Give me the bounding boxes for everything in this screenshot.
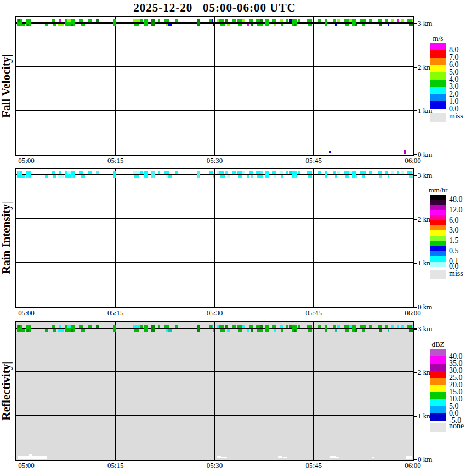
x-tick-label: 06:00 <box>401 461 425 470</box>
echo-cell <box>409 329 413 332</box>
axis-tick <box>414 416 417 417</box>
echo-cell <box>391 171 394 174</box>
echo-cell <box>79 325 83 328</box>
echo-cell <box>412 325 413 328</box>
echo-cell <box>53 175 56 178</box>
floor-cell <box>330 456 336 458</box>
echo-cell <box>22 329 25 332</box>
echo-cell <box>260 325 263 328</box>
echo-cell <box>272 325 276 328</box>
echo-cell <box>337 19 340 22</box>
echo-cell <box>59 325 61 328</box>
echo-cell <box>242 325 245 328</box>
echo-cell <box>144 325 148 332</box>
axis-tick <box>414 459 417 460</box>
colorbar-title: m/s <box>419 34 457 43</box>
colorbar-block <box>430 349 446 357</box>
colorbar-block <box>430 392 446 400</box>
axis-tick <box>414 67 417 68</box>
echo-cell <box>308 24 312 26</box>
echo-cell <box>212 19 213 22</box>
colorbar-block <box>430 65 446 72</box>
x-tick-label: 05:30 <box>203 309 227 318</box>
echo-cell <box>378 325 382 328</box>
echo-cell <box>81 24 85 26</box>
echo-cell <box>96 325 99 328</box>
echo-cell <box>220 175 225 178</box>
colorbar-block <box>430 43 446 50</box>
echo-cell <box>360 171 366 174</box>
colorbar-title: dBZ <box>419 340 457 349</box>
colorbar-block <box>430 356 446 364</box>
echo-cell <box>333 171 336 174</box>
echo-cell <box>333 19 336 22</box>
x-tick-label: 05:45 <box>302 156 326 165</box>
echo-cell <box>308 175 312 178</box>
echo-cell <box>257 329 263 332</box>
echo-cell <box>335 329 337 332</box>
echo-cell <box>168 329 172 332</box>
axis-tick <box>414 110 417 111</box>
echo-cell <box>325 325 327 332</box>
echo-cell <box>237 171 242 174</box>
echo-cell <box>53 329 56 332</box>
echo-cell <box>294 329 296 332</box>
echo-cell <box>238 175 242 178</box>
colorbar-block <box>430 101 446 109</box>
echo-cell <box>362 329 365 332</box>
x-tick-label: 05:00 <box>14 461 38 470</box>
echo-cell <box>251 329 253 332</box>
echo-cell <box>325 19 327 26</box>
echo-cell <box>344 325 349 328</box>
echo-cell <box>45 175 48 178</box>
echo-cell <box>71 24 73 26</box>
echo-cell <box>286 325 288 328</box>
echo-cell <box>242 171 245 174</box>
echo-cell <box>58 329 64 332</box>
gridline-v <box>115 322 116 460</box>
echo-cell <box>212 325 213 328</box>
echo-cell <box>212 171 213 174</box>
echo-cell <box>274 24 276 26</box>
echo-cell <box>238 24 242 26</box>
echo-cell <box>385 171 388 174</box>
axis-tick <box>414 23 417 24</box>
echo-cell <box>345 24 349 26</box>
floor-cell <box>329 151 331 153</box>
echo-cell <box>247 175 249 178</box>
echo-cell <box>175 171 178 174</box>
echo-cell <box>281 329 283 332</box>
plot-area-1 <box>15 168 414 308</box>
echo-cell <box>247 329 249 332</box>
echo-cell <box>58 175 64 178</box>
colorbar-block <box>430 378 446 386</box>
echo-cell <box>249 325 253 328</box>
echo-cell <box>213 175 214 178</box>
echo-cell <box>18 171 20 174</box>
floor-cell <box>278 456 282 458</box>
echo-cell <box>337 325 340 328</box>
echo-cell <box>213 24 214 26</box>
echo-cell <box>113 19 116 26</box>
echo-cell <box>238 329 242 332</box>
colorbar-miss-label: miss <box>449 112 463 121</box>
colorbar-block <box>430 406 446 414</box>
echo-cell <box>272 19 276 22</box>
echo-cell <box>307 19 312 22</box>
colorbar-block <box>430 385 446 393</box>
floor-cell <box>404 150 406 154</box>
echo-cell <box>281 175 283 178</box>
echo-cell <box>151 19 155 26</box>
echo-cell <box>53 24 56 26</box>
echo-cell <box>45 329 48 332</box>
echo-cell <box>360 325 366 328</box>
colorbar-tick-label: 6.0 <box>449 216 459 225</box>
echo-cell <box>81 329 85 332</box>
echo-cell <box>140 325 143 328</box>
echo-cell <box>369 19 372 22</box>
echo-cell <box>388 24 389 26</box>
echo-cell <box>257 24 263 26</box>
echo-cell <box>247 24 249 26</box>
echo-cell <box>280 171 283 174</box>
axis-tick <box>414 328 417 330</box>
